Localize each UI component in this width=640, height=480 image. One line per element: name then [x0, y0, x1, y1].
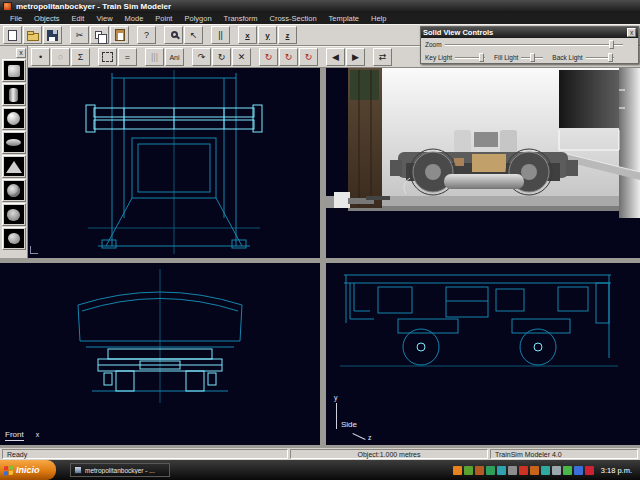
- status-object-scale: Object:1.000 metres: [290, 449, 488, 459]
- dialog-title-bar[interactable]: Solid View Controls x: [421, 27, 638, 38]
- back-light-thumb[interactable]: [608, 53, 613, 62]
- menu-polygon[interactable]: Polygon: [178, 14, 217, 23]
- application-window: metropolitanbockyer - Train Sim Modeler …: [0, 0, 640, 480]
- zoom-slider[interactable]: [445, 44, 623, 46]
- tray-icon[interactable]: [519, 466, 528, 475]
- point-mode-button[interactable]: •: [31, 48, 50, 66]
- circle-mode-button[interactable]: ○: [51, 48, 70, 66]
- rotate-x-button[interactable]: ↻: [259, 48, 278, 66]
- zoom-slider-thumb[interactable]: [609, 40, 614, 49]
- tool-box[interactable]: [2, 59, 26, 82]
- save-button[interactable]: [43, 26, 62, 44]
- new-file-icon: [8, 30, 17, 41]
- menu-template[interactable]: Template: [323, 14, 365, 23]
- new-button[interactable]: [3, 26, 22, 44]
- copy-button[interactable]: [90, 26, 109, 44]
- title-bar[interactable]: metropolitanbockyer - Train Sim Modeler: [0, 0, 640, 13]
- menu-mode[interactable]: Mode: [119, 14, 150, 23]
- tool-cylinder[interactable]: [2, 83, 26, 106]
- lines-button[interactable]: =: [118, 48, 137, 66]
- dialog-close-button[interactable]: x: [627, 28, 636, 37]
- tray-icon[interactable]: [475, 466, 484, 475]
- tray-icon[interactable]: [563, 466, 572, 475]
- tray-icon[interactable]: [508, 466, 517, 475]
- task-app-icon: [74, 466, 82, 474]
- rotate-button[interactable]: ↻: [212, 48, 231, 66]
- fill-light-slider[interactable]: [521, 57, 543, 59]
- menu-transform[interactable]: Transform: [218, 14, 264, 23]
- tray-icon[interactable]: [574, 466, 583, 475]
- marquee-select-button[interactable]: [98, 48, 117, 66]
- menu-cross-section[interactable]: Cross-Section: [263, 14, 322, 23]
- tool-cone[interactable]: [2, 155, 26, 178]
- animation-button[interactable]: Ani: [165, 48, 184, 66]
- sum-button[interactable]: Σ: [71, 48, 90, 66]
- key-light-slider[interactable]: [455, 57, 485, 59]
- wireframe-side-view: [326, 263, 640, 445]
- prev-button[interactable]: ◀: [326, 48, 345, 66]
- front-view-label: Front: [5, 430, 24, 441]
- back-light-label: Back Light: [552, 54, 582, 61]
- split-toggle-button[interactable]: ||: [211, 26, 230, 44]
- back-light-slider[interactable]: [586, 57, 614, 59]
- tray-icon[interactable]: [497, 466, 506, 475]
- status-ready: Ready: [2, 449, 288, 459]
- menu-file[interactable]: File: [4, 14, 28, 23]
- tray-icon[interactable]: [464, 466, 473, 475]
- tool-geosphere[interactable]: [2, 179, 26, 202]
- axis-x-button[interactable]: x: [238, 26, 257, 44]
- blob-icon: [8, 233, 20, 244]
- tray-icon[interactable]: [552, 466, 561, 475]
- menu-objects[interactable]: Objects: [28, 14, 65, 23]
- solid-render-train-car: [326, 68, 640, 258]
- windows-taskbar: Inicio metropolitanbockyer - ... 3:18 p.…: [0, 460, 640, 480]
- window-title: metropolitanbockyer - Train Sim Modeler: [16, 2, 171, 11]
- palette-close-button[interactable]: x: [16, 48, 26, 58]
- copy-icon: [95, 31, 102, 39]
- menu-view[interactable]: View: [90, 14, 118, 23]
- tray-icon[interactable]: [453, 466, 462, 475]
- context-help-button[interactable]: ↖: [184, 26, 203, 44]
- tray-icon[interactable]: [585, 466, 594, 475]
- cut-button[interactable]: ✂: [70, 26, 89, 44]
- taskbar-clock[interactable]: 3:18 p.m.: [596, 466, 636, 475]
- open-button[interactable]: [23, 26, 42, 44]
- viewport-solid-3d[interactable]: [326, 68, 640, 258]
- menu-edit[interactable]: Edit: [66, 14, 91, 23]
- tool-blob[interactable]: [2, 227, 26, 250]
- key-light-thumb[interactable]: [479, 53, 484, 62]
- move-button[interactable]: ↷: [192, 48, 211, 66]
- tool-box-tile: [4, 61, 24, 80]
- rotate-y-button[interactable]: ↻: [279, 48, 298, 66]
- tool-cone-tile: [4, 157, 24, 176]
- start-button[interactable]: Inicio: [0, 460, 56, 480]
- tray-icon[interactable]: [541, 466, 550, 475]
- tool-disc[interactable]: [2, 131, 26, 154]
- menu-point[interactable]: Point: [149, 14, 178, 23]
- tool-blob-tile: [4, 229, 24, 248]
- fill-light-thumb[interactable]: [530, 53, 535, 62]
- rotate-z-button[interactable]: ↻: [299, 48, 318, 66]
- tool-rock[interactable]: [2, 203, 26, 226]
- axis-y-button[interactable]: y: [258, 26, 277, 44]
- zoom-button[interactable]: [164, 26, 183, 44]
- tray-icon[interactable]: [530, 466, 539, 475]
- viewport-top-left[interactable]: [28, 68, 320, 258]
- system-tray: 3:18 p.m.: [453, 466, 640, 475]
- mirror-button[interactable]: ✕: [232, 48, 251, 66]
- axis-z-button[interactable]: z: [278, 26, 297, 44]
- viewport-front[interactable]: Frontx: [0, 263, 320, 445]
- viewport-side[interactable]: y Side z: [326, 263, 640, 445]
- paste-button[interactable]: [110, 26, 129, 44]
- next-button[interactable]: ▶: [346, 48, 365, 66]
- menu-help[interactable]: Help: [365, 14, 392, 23]
- tool-sphere[interactable]: [2, 107, 26, 130]
- bars-button[interactable]: |||: [145, 48, 164, 66]
- fill-light-label: Fill Light: [494, 54, 518, 61]
- magnifier-icon: [171, 31, 178, 38]
- taskbar-task-button[interactable]: metropolitanbockyer - ...: [70, 463, 170, 477]
- help-button[interactable]: ?: [137, 26, 156, 44]
- tray-icon[interactable]: [486, 466, 495, 475]
- dialog-title: Solid View Controls: [423, 28, 493, 37]
- swap-button[interactable]: ⇄: [373, 48, 392, 66]
